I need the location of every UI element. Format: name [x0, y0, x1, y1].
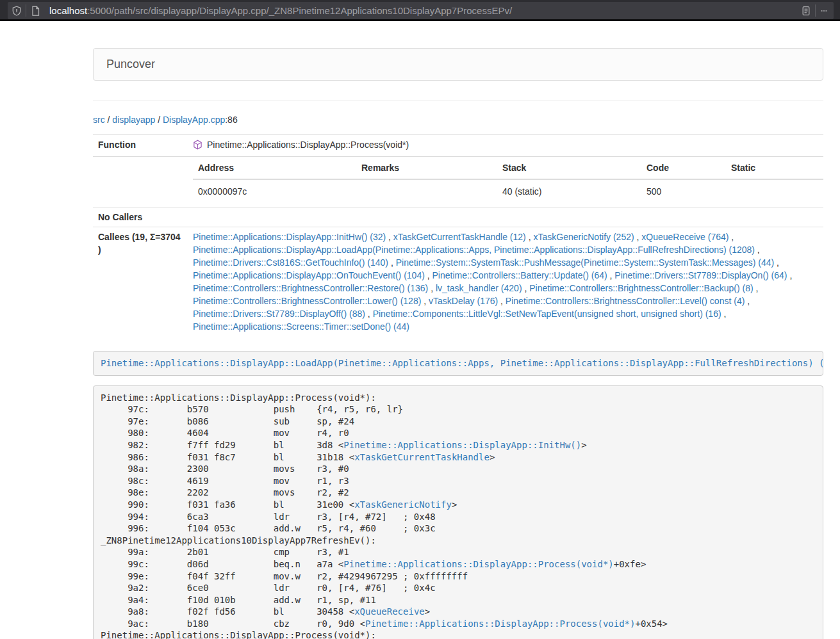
function-stats-row: Address Remarks Stack Code Static 0x0000… — [93, 157, 823, 207]
callee-link[interactable]: xTaskGetCurrentTaskHandle (12) — [393, 232, 526, 242]
callee-separator: , — [526, 232, 534, 242]
col-address: Address — [193, 157, 356, 179]
code-cell: 500 — [641, 179, 726, 203]
no-callers-label: No Callers — [93, 207, 188, 227]
symbol-link[interactable]: xQueueReceive — [354, 606, 425, 617]
breadcrumb-link[interactable]: displayapp — [112, 115, 155, 125]
function-row: Function Pinetime::Applications::Display… — [93, 135, 823, 157]
callee-separator: , — [729, 232, 734, 242]
url-path: :5000/path/src/displayapp/DisplayApp.cpp… — [87, 5, 512, 16]
callee-separator: , — [498, 296, 506, 306]
callee-link[interactable]: Pinetime::Applications::DisplayApp::OnTo… — [193, 270, 425, 280]
callee-separator: , — [787, 270, 793, 280]
breadcrumb-link[interactable]: src — [93, 115, 105, 125]
highlighted-callee-box: Pinetime::Applications::DisplayApp::Load… — [93, 351, 823, 376]
function-name: Pinetime::Applications::DisplayApp::Proc… — [207, 140, 409, 150]
callee-link[interactable]: vTaskDelay (176) — [429, 296, 498, 306]
table-row: 0x0000097c 40 (static) 500 — [193, 179, 823, 203]
callee-link[interactable]: lv_task_handler (420) — [436, 283, 522, 293]
callee-separator: , — [745, 296, 750, 306]
symbol-link[interactable]: Pinetime::Applications::DisplayApp::Proc… — [343, 559, 613, 569]
browser-toolbar: localhost:5000/path/src/displayapp/Displ… — [0, 0, 840, 21]
callee-link[interactable]: xQueueReceive (764) — [641, 232, 729, 242]
address-cell: 0x0000097c — [193, 179, 356, 203]
no-callers-cell — [188, 207, 823, 227]
function-cube-icon — [193, 140, 202, 153]
function-stats-cell: Address Remarks Stack Code Static 0x0000… — [188, 157, 823, 207]
callee-separator: , — [388, 257, 396, 268]
page-title: Puncover — [106, 58, 155, 71]
callee-link[interactable]: Pinetime::Drivers::St7789::DisplayOff() … — [193, 309, 365, 319]
callee-link[interactable]: Pinetime::Drivers::Cst816S::GetTouchInfo… — [193, 257, 388, 268]
loadapp-link[interactable]: Pinetime::Applications::DisplayApp::Load… — [101, 358, 823, 368]
callee-link[interactable]: xTaskGenericNotify (252) — [533, 232, 634, 242]
callee-link[interactable]: Pinetime::Controllers::Battery::Update()… — [432, 270, 607, 280]
callee-separator: , — [425, 270, 432, 280]
col-code: Code — [641, 157, 726, 179]
empty-label-cell — [93, 157, 188, 207]
callee-link[interactable]: Pinetime::Controllers::BrightnessControl… — [506, 296, 745, 306]
callee-link[interactable]: Pinetime::Controllers::BrightnessControl… — [193, 283, 428, 293]
url-text[interactable]: localhost:5000/path/src/displayapp/Displ… — [49, 5, 797, 16]
callee-separator: , — [607, 270, 615, 280]
callee-separator: , — [721, 309, 727, 319]
col-static: Static — [726, 157, 823, 179]
breadcrumb-link[interactable]: DisplayApp.cpp — [163, 115, 225, 125]
callee-separator: , — [428, 283, 436, 293]
symbol-link[interactable]: Pinetime::Applications::DisplayApp::Init… — [343, 440, 581, 450]
stats-header-row: Address Remarks Stack Code Static — [193, 157, 823, 179]
remarks-cell — [356, 179, 497, 203]
overflow-menu-icon[interactable] — [816, 2, 834, 19]
breadcrumb: src / displayapp / DisplayApp.cpp:86 — [93, 113, 823, 126]
callee-separator: , — [634, 232, 642, 242]
breadcrumb-separator: / — [105, 115, 113, 125]
callees-list: Pinetime::Applications::DisplayApp::Init… — [188, 227, 823, 337]
function-label: Function — [93, 135, 188, 157]
callee-separator: , — [386, 232, 393, 242]
url-host: localhost — [49, 5, 87, 16]
reader-mode-icon[interactable] — [797, 2, 815, 19]
app-header-panel: Puncover — [93, 48, 823, 81]
callee-separator: , — [755, 245, 760, 255]
callee-separator: , — [421, 296, 429, 306]
page-icon — [26, 2, 44, 19]
breadcrumb-separator: / — [155, 115, 163, 125]
callee-separator: , — [774, 257, 779, 268]
no-callers-row: No Callers — [93, 207, 823, 227]
callee-link[interactable]: Pinetime::System::SystemTask::PushMessag… — [396, 257, 775, 268]
callees-label: Callees (19, Σ=3704 ) — [93, 227, 188, 337]
callee-link[interactable]: Pinetime::Applications::DisplayApp::Init… — [193, 232, 386, 242]
symbol-link[interactable]: Pinetime::Applications::DisplayApp::Proc… — [365, 619, 635, 629]
function-stats-table: Address Remarks Stack Code Static 0x0000… — [193, 157, 823, 203]
callee-link[interactable]: Pinetime::Applications::DisplayApp::Load… — [193, 245, 755, 255]
callee-link[interactable]: Pinetime::Components::LittleVgl::SetNewT… — [373, 309, 721, 319]
callee-link[interactable]: Pinetime::Drivers::St7789::DisplayOn() (… — [614, 270, 787, 280]
callee-link[interactable]: Pinetime::Controllers::BrightnessControl… — [193, 296, 421, 306]
col-remarks: Remarks — [356, 157, 497, 179]
callee-separator: , — [754, 283, 759, 293]
address-bar[interactable]: localhost:5000/path/src/displayapp/Displ… — [8, 2, 834, 19]
shield-icon[interactable] — [8, 2, 26, 19]
callee-separator: , — [522, 283, 530, 293]
col-stack: Stack — [497, 157, 641, 179]
disassembly-pre: Pinetime::Applications::DisplayApp::Proc… — [93, 385, 823, 639]
callees-row: Callees (19, Σ=3704 ) Pinetime::Applicat… — [93, 227, 823, 337]
breadcrumb-line-number: :86 — [225, 115, 237, 125]
divider — [93, 100, 823, 101]
callee-link[interactable]: Pinetime::Controllers::BrightnessControl… — [529, 283, 753, 293]
function-table: Function Pinetime::Applications::Display… — [93, 134, 823, 336]
symbol-link[interactable]: xTaskGetCurrentTaskHandle — [354, 452, 490, 462]
page-container: Puncover src / displayapp / DisplayApp.c… — [93, 48, 823, 639]
static-cell — [726, 179, 823, 203]
callee-separator: , — [365, 309, 373, 319]
callee-link[interactable]: Pinetime::Applications::Screens::Timer::… — [193, 321, 409, 332]
function-name-cell: Pinetime::Applications::DisplayApp::Proc… — [188, 135, 823, 157]
stack-cell: 40 (static) — [497, 179, 641, 203]
symbol-link[interactable]: xTaskGenericNotify — [354, 499, 452, 510]
